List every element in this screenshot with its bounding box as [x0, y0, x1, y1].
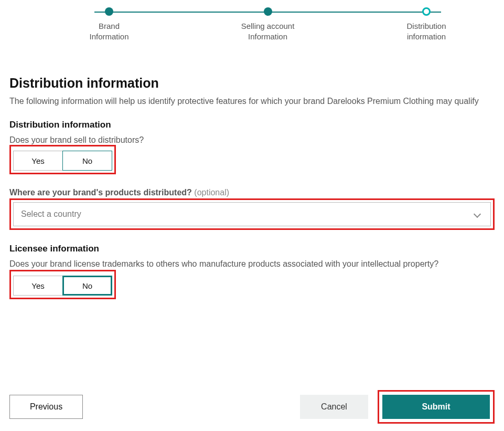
highlight-country-select: Select a country [9, 198, 495, 230]
cancel-button[interactable]: Cancel [300, 395, 368, 419]
step-label-line2: Information [89, 32, 128, 41]
step-label-line1: Brand [99, 22, 120, 30]
step-brand-information: Brand Information [78, 7, 141, 43]
step-label: Distribution information [406, 21, 446, 43]
step-dot-current-icon [422, 7, 431, 16]
footer-actions: Previous Cancel Submit [9, 390, 495, 424]
licensee-q1: Does your brand license trademarks to ot… [9, 259, 495, 269]
highlight-submit: Submit [378, 390, 495, 424]
distributors-yes-button[interactable]: Yes [13, 151, 63, 171]
licensee-toggle: Yes No [13, 276, 112, 296]
submit-button[interactable]: Submit [382, 395, 490, 419]
distributors-no-button[interactable]: No [62, 151, 112, 171]
step-dot-done-icon [105, 7, 113, 16]
distribution-q2-label: Where are your brand's products distribu… [9, 188, 192, 197]
licensee-no-button[interactable]: No [62, 276, 112, 296]
progress-stepper: Brand Information Selling account Inform… [78, 7, 458, 44]
step-label: Selling account Information [241, 21, 295, 43]
page-description: The following information will help us i… [9, 95, 481, 107]
licensee-section-title: Licensee information [9, 244, 495, 254]
highlight-licensee-toggle: Yes No [9, 270, 116, 299]
step-label: Brand Information [89, 21, 128, 43]
step-label-line2: information [407, 32, 446, 41]
step-selling-account-information: Selling account Information [237, 7, 299, 43]
highlight-distributors-toggle: Yes No [9, 145, 116, 174]
previous-button[interactable]: Previous [9, 395, 83, 419]
step-label-line1: Selling account [241, 22, 295, 30]
distributors-toggle: Yes No [13, 151, 112, 171]
step-dot-done-icon [264, 7, 272, 16]
step-label-line2: Information [248, 32, 287, 41]
distribution-q1: Does your brand sell to distributors? [9, 135, 495, 145]
distribution-section-title: Distribution information [9, 120, 495, 130]
chevron-down-icon [474, 211, 481, 218]
country-select[interactable]: Select a country [13, 202, 491, 226]
distribution-q2-optional: (optional) [194, 188, 229, 197]
distribution-q2: Where are your brand's products distribu… [9, 188, 495, 197]
page-title: Distribution information [9, 76, 495, 91]
licensee-yes-button[interactable]: Yes [13, 276, 63, 296]
step-distribution-information: Distribution information [395, 7, 458, 43]
country-select-placeholder: Select a country [21, 209, 81, 219]
step-label-line1: Distribution [406, 22, 446, 30]
